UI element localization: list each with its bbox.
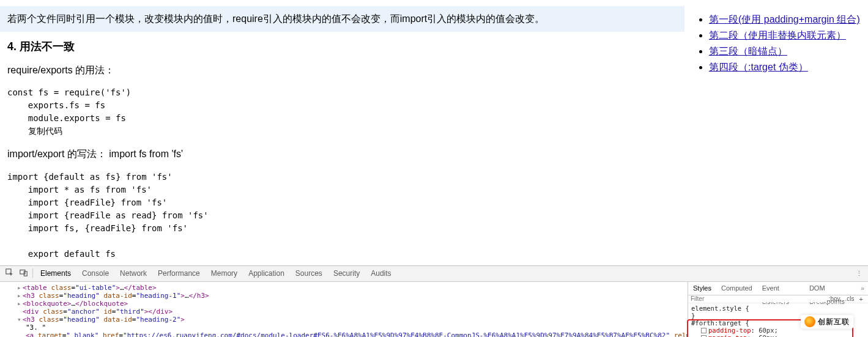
usage-require-label: require/exports 的用法： (7, 62, 677, 78)
toc-link-3[interactable]: 第三段（暗锚点） (709, 46, 787, 56)
tab-audits[interactable]: Audits (365, 265, 396, 281)
cls-toggle[interactable]: .cls (843, 295, 857, 302)
toc-link-2[interactable]: 第二段（使用非替换内联元素） (709, 30, 846, 40)
styles-tab-computed[interactable]: Computed (716, 281, 757, 295)
devtools-panel: Elements Console Network Performance Mem… (0, 265, 868, 337)
tab-console[interactable]: Console (76, 265, 114, 281)
styles-tab-styles[interactable]: Styles (688, 281, 716, 295)
toc-link-4[interactable]: 第四段（:target 伪类） (709, 62, 808, 72)
toc-link-1[interactable]: 第一段(使用 padding+margin 组合) (709, 14, 860, 24)
usage-import-label: import/export 的写法： import fs from 'fs' (7, 146, 677, 162)
tab-memory[interactable]: Memory (206, 265, 243, 281)
styles-filter-input[interactable] (691, 295, 826, 302)
devtools-tabs-row: Elements Console Network Performance Mem… (0, 266, 868, 282)
devtools-more-icon[interactable]: ⋮ (856, 270, 862, 278)
elements-tree[interactable]: ▸<table class="ui-table">…</table> ▸<h3 … (0, 282, 688, 337)
device-icon[interactable] (20, 268, 28, 278)
blockquote: 若两个文件同时引用一个模块，改变模块内的值时，require引入的模块内的值不会… (0, 6, 684, 32)
hov-toggle[interactable]: :hov (826, 295, 843, 302)
tab-security[interactable]: Security (328, 265, 365, 281)
new-style-rule-icon[interactable]: + (857, 295, 866, 303)
logo-swirl-icon (804, 316, 815, 327)
tab-elements[interactable]: Elements (35, 265, 76, 281)
styles-tab-dombreakpoints[interactable]: DOM Breakpoints (804, 281, 857, 295)
tab-performance[interactable]: Performance (152, 265, 206, 281)
styles-tabs-more-icon[interactable]: » (857, 284, 868, 292)
brand-logo: 创新互联 (801, 315, 853, 328)
article-content: 若两个文件同时引用一个模块，改变模块内的值时，require引入的模块内的值不会… (0, 0, 684, 265)
code-block-require: const fs = require('fs') exports.fs = fs… (7, 86, 677, 138)
tab-application[interactable]: Application (243, 265, 290, 281)
code-block-import: import {default as fs} from 'fs' import … (7, 171, 677, 261)
inspect-icon[interactable] (6, 268, 13, 278)
tab-network[interactable]: Network (114, 265, 152, 281)
toc-sidebar: 第一段(使用 padding+margin 组合) 第二段（使用非替换内联元素）… (684, 0, 868, 265)
tab-sources[interactable]: Sources (290, 265, 328, 281)
text-node: "3. " (26, 324, 46, 331)
heading-section-4: 4. 用法不一致 (7, 39, 677, 54)
styles-tab-eventlisteners[interactable]: Event Listeners (757, 281, 804, 295)
blockquote-text: 若两个文件同时引用一个模块，改变模块内的值时，require引入的模块内的值不会… (0, 11, 684, 27)
styles-panel: Styles Computed Event Listeners DOM Brea… (688, 282, 868, 337)
